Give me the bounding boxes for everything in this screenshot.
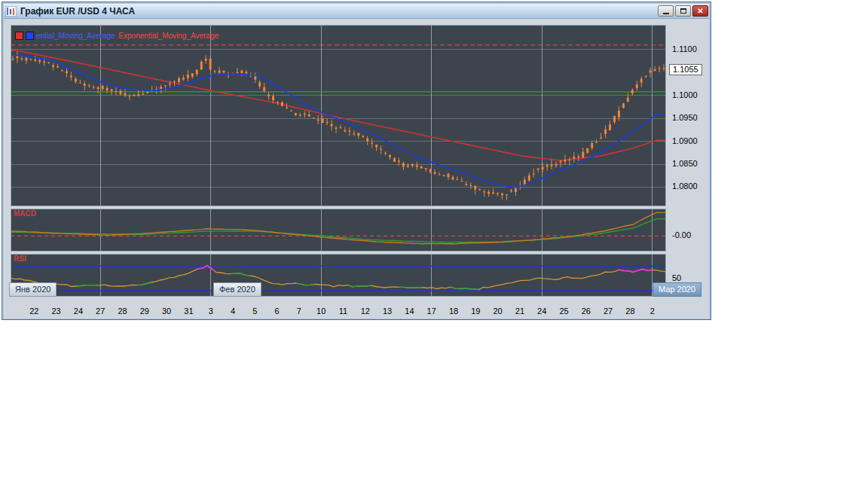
time-axis-tick: 30 (157, 307, 176, 316)
price-axis-label: 1.0800 (672, 181, 698, 191)
time-axis-tick: 6 (268, 307, 286, 316)
time-axis-tick: 18 (445, 307, 463, 316)
candlestick-chart (11, 25, 666, 206)
window-title: График EUR /USD 4 ЧАСА (17, 6, 658, 17)
legend-ma-red-label: Exponential_Moving_Average (118, 32, 219, 40)
rsi-chart (11, 254, 666, 297)
macd-axis-label: -0.00 (672, 230, 691, 239)
price-axis[interactable]: 1.1055 1.11001.10001.09501.09001.08501.0… (668, 19, 709, 299)
price-axis-label: 1.0900 (672, 136, 698, 145)
time-axis-tick: 31 (179, 307, 197, 316)
minimize-button[interactable] (658, 5, 674, 17)
price-axis-label: 1.1100 (672, 44, 697, 53)
chart-window: График EUR /USD 4 ЧАСА ✕ ential_Moving_A… (2, 2, 711, 320)
indicator-legend: ential_Moving_Average Exponential_Moving… (15, 32, 219, 40)
macd-pane[interactable]: MACD (11, 209, 666, 252)
macd-label: MACD (14, 209, 36, 218)
time-axis-tick: 10 (312, 307, 330, 316)
month-label-feb: Фев 2020 (213, 282, 261, 297)
price-chart-pane[interactable]: ential_Moving_Average Exponential_Moving… (11, 25, 666, 206)
price-axis-label: 1.0950 (672, 113, 698, 122)
time-axis-tick: 29 (136, 307, 154, 316)
time-axis-tick: 2 (643, 307, 662, 316)
maximize-button[interactable] (675, 5, 691, 17)
time-axis-tick: 24 (69, 307, 87, 316)
time-axis-tick: 28 (114, 307, 132, 316)
time-axis-tick: 27 (599, 307, 617, 316)
chart-app-icon (5, 6, 17, 17)
legend-red-swatch (15, 32, 23, 40)
time-axis-tick: 24 (533, 307, 551, 316)
time-axis-tick: 3 (202, 307, 220, 316)
macd-chart (11, 209, 666, 252)
legend-ma-blue-label: ential_Moving_Average (36, 32, 115, 40)
time-axis-tick: 14 (400, 307, 418, 316)
chart-client-area: ential_Moving_Average Exponential_Moving… (4, 19, 709, 319)
time-axis-tick: 28 (621, 307, 639, 316)
maximize-icon (680, 8, 686, 14)
current-price-label: 1.1055 (669, 64, 702, 75)
time-axis[interactable]: 2223242728293031345671011121314171819202… (4, 299, 709, 319)
month-label-jan: Янв 2020 (9, 282, 57, 297)
time-axis-tick: 26 (577, 307, 595, 316)
legend-blue-swatch (26, 32, 34, 40)
time-axis-tick: 25 (555, 307, 573, 316)
window-controls: ✕ (658, 5, 708, 17)
minimize-icon (663, 13, 669, 14)
time-axis-tick: 19 (466, 307, 484, 316)
time-axis-tick: 27 (91, 307, 109, 316)
time-axis-tick: 20 (489, 307, 507, 316)
close-icon: ✕ (697, 6, 703, 16)
rsi-label: RSI (14, 255, 26, 263)
window-titlebar[interactable]: График EUR /USD 4 ЧАСА ✕ (4, 4, 709, 19)
time-axis-tick: 4 (224, 307, 242, 316)
rsi-pane[interactable]: RSI (11, 254, 666, 297)
time-axis-tick: 23 (47, 307, 66, 316)
time-axis-tick: 5 (246, 307, 264, 316)
time-axis-tick: 12 (356, 307, 374, 316)
month-label-mar: Мар 2020 (653, 282, 701, 297)
time-axis-tick: 17 (423, 307, 441, 316)
rsi-axis-label: 50 (672, 273, 681, 282)
close-button[interactable]: ✕ (692, 5, 708, 17)
price-axis-label: 1.1000 (672, 90, 698, 99)
time-axis-tick: 22 (25, 307, 43, 316)
time-axis-tick: 13 (378, 307, 396, 316)
time-axis-tick: 7 (290, 307, 308, 316)
price-axis-label: 1.0850 (672, 159, 698, 168)
time-axis-tick: 21 (511, 307, 529, 316)
time-axis-tick: 11 (335, 307, 353, 316)
